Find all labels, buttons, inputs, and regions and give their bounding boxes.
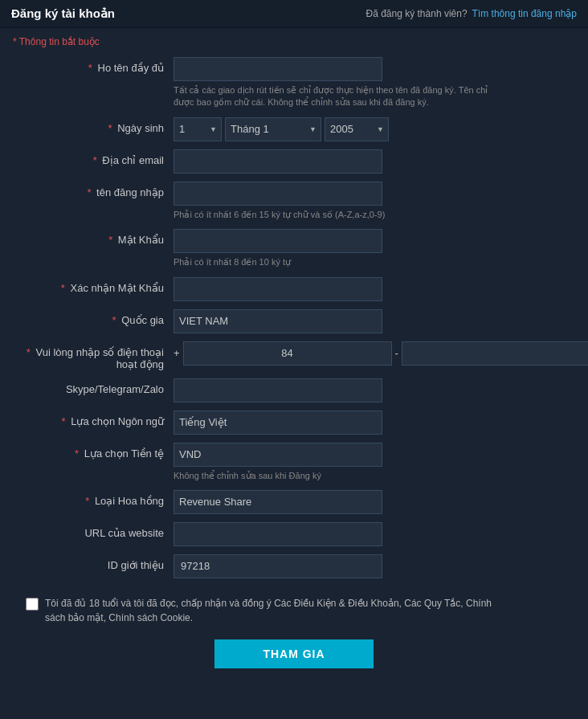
terms-checkbox[interactable] bbox=[26, 598, 39, 611]
day-wrapper: 12345 678910 1112131415 1617181920 21222… bbox=[174, 117, 222, 141]
required-star6: * bbox=[61, 282, 65, 294]
confirm-password-row: * Xác nhận Mật Khẩu bbox=[13, 277, 575, 301]
language-wrapper: Tiếng Việt English Thai 中文 bbox=[174, 411, 588, 435]
skype-input[interactable] bbox=[174, 378, 382, 402]
required-star11: * bbox=[85, 495, 89, 507]
phone-number-input[interactable] bbox=[402, 341, 588, 366]
referral-id-label: ID giới thiệu bbox=[13, 554, 174, 571]
submit-row: THAM GIA bbox=[13, 633, 575, 681]
loai-field: Revenue Share CPA Hybrid bbox=[174, 490, 588, 514]
month-select[interactable]: Tháng 1Tháng 2Tháng 3 Tháng 4Tháng 5Thán… bbox=[225, 117, 321, 141]
required-star3: * bbox=[93, 154, 97, 166]
country-select[interactable]: VIET NAM THAILAND MALAYSIA INDONESIA PHI… bbox=[174, 309, 382, 333]
country-label: * Quốc gia bbox=[13, 309, 174, 326]
username-row: * tên đăng nhập Phải có ít nhất 6 đến 15… bbox=[13, 182, 575, 221]
required-star: * bbox=[88, 62, 92, 74]
skype-row: Skype/Telegram/Zalo bbox=[13, 378, 588, 402]
currency-wrapper: VND USD THB MYR bbox=[174, 443, 588, 467]
language-label: * Lựa chọn Ngôn ngữ bbox=[13, 411, 174, 427]
phone-label: * Vui lòng nhập số điện thoại hoạt động bbox=[13, 341, 174, 370]
year-wrapper: 2005200420032002 2001200019991998 199719… bbox=[325, 117, 389, 141]
phone-row: * Vui lòng nhập số điện thoại hoạt động … bbox=[13, 341, 588, 370]
required-star4: * bbox=[87, 186, 91, 198]
required-star10: * bbox=[75, 447, 79, 460]
date-group: 12345 678910 1112131415 1617181920 21222… bbox=[174, 117, 575, 141]
phone-plus: + bbox=[174, 347, 180, 359]
checkbox-row: Tôi đã đủ 18 tuổi và tôi đã đọc, chấp nh… bbox=[13, 586, 575, 633]
language-row: * Lựa chọn Ngôn ngữ Tiếng Việt English T… bbox=[13, 411, 588, 435]
year-select[interactable]: 2005200420032002 2001200019991998 199719… bbox=[325, 117, 389, 141]
header-right: Đã đăng ký thành viên? Tìm thông tin đăn… bbox=[365, 8, 577, 19]
terms-label: Tôi đã đủ 18 tuổi và tôi đã đọc, chấp nh… bbox=[45, 596, 511, 625]
username-hint: Phải có ít nhất 6 đến 15 ký tự chữ và số… bbox=[174, 209, 495, 221]
email-field bbox=[174, 149, 575, 174]
confirm-password-field bbox=[174, 277, 575, 301]
email-label: * Địa chỉ email bbox=[13, 149, 174, 166]
url-field bbox=[174, 522, 588, 546]
url-input[interactable] bbox=[174, 522, 382, 546]
password-label: * Mật Khẩu bbox=[13, 229, 174, 246]
dob-field: 12345 678910 1112131415 1617181920 21222… bbox=[174, 117, 575, 141]
country-field: VIET NAM THAILAND MALAYSIA INDONESIA PHI… bbox=[174, 309, 588, 333]
username-field: Phải có ít nhất 6 đến 15 ký tự chữ và số… bbox=[174, 182, 575, 221]
url-label: URL của website bbox=[13, 522, 174, 539]
skype-label: Skype/Telegram/Zalo bbox=[13, 378, 174, 395]
loai-row: * Loại Hoa hồng Revenue Share CPA Hybrid bbox=[13, 490, 588, 514]
password-field: Phải có ít nhất 8 đến 10 ký tự bbox=[174, 229, 575, 268]
password-row: * Mật Khẩu Phải có ít nhất 8 đến 10 ký t… bbox=[13, 229, 575, 268]
country-row: * Quốc gia VIET NAM THAILAND MALAYSIA IN… bbox=[13, 309, 588, 333]
phone-code-input[interactable] bbox=[183, 341, 392, 366]
email-row: * Địa chỉ email bbox=[13, 149, 575, 174]
split-left: * Quốc gia VIET NAM THAILAND MALAYSIA IN… bbox=[13, 309, 588, 586]
required-star2: * bbox=[108, 122, 112, 134]
fullname-row: * Ho tên đầy đủ Tất cả các giao dịch rút… bbox=[13, 57, 575, 109]
already-member-text: Đã đăng ký thành viên? bbox=[365, 8, 467, 19]
url-row: URL của website bbox=[13, 522, 588, 546]
required-star7: * bbox=[112, 314, 116, 326]
currency-select[interactable]: VND USD THB MYR bbox=[174, 443, 382, 467]
currency-hint: Không thể chỉnh sửa sau khi Đăng ký bbox=[174, 470, 495, 482]
day-select[interactable]: 12345 678910 1112131415 1617181920 21222… bbox=[174, 117, 222, 141]
fullname-input[interactable] bbox=[174, 57, 382, 81]
phone-group: + - bbox=[174, 341, 588, 366]
dob-label: * Ngày sinh bbox=[13, 117, 174, 134]
login-link[interactable]: Tìm thông tin đăng nhập bbox=[472, 8, 577, 19]
fullname-hint: Tất cả các giao dịch rút tiền sẽ chỉ đượ… bbox=[174, 84, 495, 109]
dob-row: * Ngày sinh 12345 678910 1112131415 1617… bbox=[13, 117, 575, 141]
referral-id-row: ID giới thiệu bbox=[13, 554, 588, 578]
phone-field: + - bbox=[174, 341, 588, 366]
required-star8: * bbox=[27, 346, 31, 358]
currency-row: * Lựa chọn Tiền tệ VND USD THB MYR bbox=[13, 443, 588, 482]
required-note: * Thông tin bắt buộc bbox=[13, 36, 575, 47]
email-input[interactable] bbox=[174, 149, 382, 174]
confirm-password-input[interactable] bbox=[174, 277, 382, 301]
fullname-field: Tất cả các giao dịch rút tiền sẽ chỉ đượ… bbox=[174, 57, 575, 109]
currency-field: VND USD THB MYR Không thể chỉnh sửa sau … bbox=[174, 443, 588, 482]
currency-label: * Lựa chọn Tiền tệ bbox=[13, 443, 174, 460]
language-field: Tiếng Việt English Thai 中文 bbox=[174, 411, 588, 435]
password-hint: Phải có ít nhất 8 đến 10 ký tự bbox=[174, 256, 495, 268]
confirm-password-label: * Xác nhận Mật Khẩu bbox=[13, 277, 174, 294]
fullname-label: * Ho tên đầy đủ bbox=[13, 57, 174, 74]
loai-select[interactable]: Revenue Share CPA Hybrid bbox=[174, 490, 382, 514]
language-select[interactable]: Tiếng Việt English Thai 中文 bbox=[174, 411, 382, 435]
main-content: * Thông tin bắt buộc * Ho tên đầy đủ Tất… bbox=[0, 28, 588, 697]
username-label: * tên đăng nhập bbox=[13, 182, 174, 198]
phone-dash: - bbox=[395, 347, 398, 359]
form-container: * Ho tên đầy đủ Tất cả các giao dịch rút… bbox=[13, 57, 575, 586]
skype-field bbox=[174, 378, 588, 402]
header: Đăng ký tài khoản Đã đăng ký thành viên?… bbox=[0, 0, 588, 28]
referral-id-field bbox=[174, 554, 588, 578]
referral-id-input[interactable] bbox=[174, 554, 382, 578]
loai-label: * Loại Hoa hồng bbox=[13, 490, 174, 507]
required-star5: * bbox=[108, 234, 112, 246]
loai-wrapper: Revenue Share CPA Hybrid bbox=[174, 490, 588, 514]
country-wrapper: VIET NAM THAILAND MALAYSIA INDONESIA PHI… bbox=[174, 309, 588, 333]
username-input[interactable] bbox=[174, 182, 382, 206]
submit-button[interactable]: THAM GIA bbox=[214, 639, 373, 668]
country-logo-row: * Quốc gia VIET NAM THAILAND MALAYSIA IN… bbox=[13, 309, 575, 586]
password-input[interactable] bbox=[174, 229, 382, 253]
page-title: Đăng ký tài khoản bbox=[11, 6, 115, 21]
required-star9: * bbox=[62, 415, 66, 427]
month-wrapper: Tháng 1Tháng 2Tháng 3 Tháng 4Tháng 5Thán… bbox=[225, 117, 321, 141]
